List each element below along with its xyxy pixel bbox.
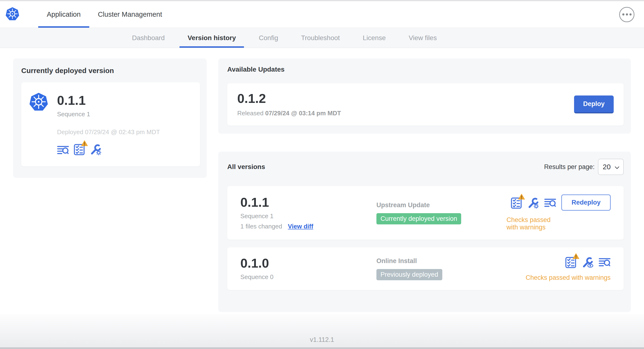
row-actions: Redeploy bbox=[511, 194, 610, 210]
tab-cluster-management[interactable]: Cluster Management bbox=[89, 1, 171, 28]
header-right bbox=[619, 1, 634, 28]
tab-cluster-management-label: Cluster Management bbox=[98, 10, 162, 18]
row-actions bbox=[565, 256, 610, 268]
version-cell: 0.1.0 Sequence 0 bbox=[240, 256, 376, 281]
kubernetes-app-icon bbox=[29, 92, 48, 156]
tab-license[interactable]: License bbox=[358, 28, 391, 48]
deploy-button[interactable]: Deploy bbox=[574, 96, 614, 114]
results-per-page: Results per page: 20 bbox=[544, 159, 624, 175]
status-badge-previously-deployed: Previously deployed bbox=[376, 269, 442, 280]
checks-status-text: Checks passed with warnings bbox=[506, 216, 561, 231]
app-footer: v1.112.1 bbox=[0, 314, 644, 347]
actions-cell: Redeploy Checks passed with warnings bbox=[506, 194, 610, 231]
checks-status-text: Checks passed with warnings bbox=[526, 274, 610, 282]
app-header: Application Cluster Management bbox=[0, 1, 644, 28]
console-version: v1.112.1 bbox=[310, 336, 334, 344]
logs-icon[interactable] bbox=[599, 256, 610, 268]
tab-application-label: Application bbox=[47, 10, 81, 18]
deployed-version-info: 0.1.1 Sequence 1 Deployed 07/29/24 @ 02:… bbox=[57, 92, 160, 156]
warning-triangle-icon bbox=[81, 140, 88, 146]
warning-triangle-icon bbox=[572, 252, 580, 260]
tab-config-label: Config bbox=[259, 34, 278, 42]
tab-dashboard[interactable]: Dashboard bbox=[127, 28, 170, 48]
preflight-checks-icon[interactable] bbox=[511, 196, 522, 209]
chevron-down-icon bbox=[615, 163, 620, 171]
version-cell: 0.1.1 Sequence 1 1 files changed View di… bbox=[240, 196, 376, 230]
row-sequence: Sequence 0 bbox=[240, 273, 376, 281]
window-bottom-edge bbox=[0, 347, 644, 349]
tab-application[interactable]: Application bbox=[38, 1, 89, 28]
row-sequence: Sequence 1 bbox=[240, 212, 376, 220]
source-cell: Upstream Update Currently deployed versi… bbox=[376, 202, 506, 224]
logs-icon[interactable] bbox=[57, 144, 69, 156]
update-info: 0.1.2 Released 07/29/24 @ 03:14 pm MDT bbox=[237, 92, 341, 117]
results-per-page-label: Results per page: bbox=[544, 163, 594, 171]
currently-deployed-card: 0.1.1 Sequence 1 Deployed 07/29/24 @ 02:… bbox=[21, 82, 200, 166]
preflight-checks-icon[interactable] bbox=[565, 256, 576, 268]
version-row-0-1-1: 0.1.1 Sequence 1 1 files changed View di… bbox=[227, 186, 624, 240]
deployed-version-number: 0.1.1 bbox=[57, 94, 160, 107]
source-label: Online Install bbox=[376, 257, 506, 265]
right-column: Available Updates 0.1.2 Released 07/29/2… bbox=[218, 58, 631, 312]
config-edit-icon[interactable] bbox=[527, 196, 539, 209]
ellipsis-menu-icon[interactable] bbox=[619, 7, 634, 22]
status-badge-currently-deployed: Currently deployed version bbox=[376, 213, 461, 224]
released-prefix: Released bbox=[237, 110, 264, 117]
available-updates-panel: Available Updates 0.1.2 Released 07/29/2… bbox=[218, 58, 631, 134]
redeploy-button[interactable]: Redeploy bbox=[562, 194, 610, 210]
tab-dashboard-label: Dashboard bbox=[132, 34, 165, 42]
tab-view-files-label: View files bbox=[409, 34, 437, 42]
row-version-number: 0.1.0 bbox=[240, 256, 376, 270]
deployed-timestamp: Deployed 07/29/24 @ 02:43 pm MDT bbox=[57, 128, 160, 136]
app-page: Application Cluster Management Dashboard… bbox=[0, 0, 644, 349]
results-per-page-select[interactable]: 20 bbox=[598, 159, 624, 175]
currently-deployed-title: Currently deployed version bbox=[21, 66, 200, 75]
released-date: 07/29/24 @ 03:14 pm MDT bbox=[265, 110, 341, 117]
warning-triangle-icon bbox=[518, 193, 525, 200]
config-view-icon[interactable] bbox=[582, 256, 594, 268]
all-versions-panel: All versions Results per page: 20 bbox=[218, 152, 631, 312]
tab-license-label: License bbox=[363, 34, 386, 42]
update-released-line: Released 07/29/24 @ 03:14 pm MDT bbox=[237, 110, 341, 117]
files-changed-line: 1 files changed View diff bbox=[240, 223, 376, 230]
update-version-number: 0.1.2 bbox=[237, 92, 341, 105]
source-cell: Online Install Previously deployed bbox=[376, 257, 506, 280]
main-content: Currently deployed version 0.1.1 Sequenc… bbox=[0, 48, 644, 314]
actions-cell: Checks passed with warnings bbox=[506, 256, 610, 282]
preflight-checks-icon[interactable] bbox=[74, 143, 85, 156]
results-per-page-value: 20 bbox=[603, 163, 610, 171]
tab-troubleshoot[interactable]: Troubleshoot bbox=[296, 28, 344, 48]
version-row-0-1-0: 0.1.0 Sequence 0 Online Install Previous… bbox=[227, 247, 624, 290]
tab-troubleshoot-label: Troubleshoot bbox=[301, 34, 340, 42]
app-subnav: Dashboard Version history Config Trouble… bbox=[0, 28, 644, 48]
view-diff-link[interactable]: View diff bbox=[288, 223, 313, 230]
tab-version-history[interactable]: Version history bbox=[183, 28, 240, 48]
tab-config[interactable]: Config bbox=[254, 28, 283, 48]
deployed-sequence: Sequence 1 bbox=[57, 110, 160, 118]
row-version-number: 0.1.1 bbox=[240, 196, 376, 209]
files-changed-text: 1 files changed bbox=[240, 223, 282, 230]
source-label: Upstream Update bbox=[376, 202, 506, 209]
available-update-card: 0.1.2 Released 07/29/24 @ 03:14 pm MDT D… bbox=[227, 83, 624, 126]
tab-version-history-label: Version history bbox=[188, 34, 236, 42]
brand bbox=[5, 1, 20, 28]
logs-icon[interactable] bbox=[544, 197, 556, 208]
currently-deployed-panel: Currently deployed version 0.1.1 Sequenc… bbox=[13, 58, 207, 178]
tab-view-files[interactable]: View files bbox=[404, 28, 442, 48]
all-versions-header: All versions Results per page: 20 bbox=[227, 159, 624, 175]
config-edit-icon[interactable] bbox=[90, 143, 102, 156]
deployed-version-actions bbox=[57, 143, 160, 156]
header-tabs: Application Cluster Management bbox=[38, 1, 171, 28]
all-versions-title: All versions bbox=[227, 163, 265, 171]
available-updates-title: Available Updates bbox=[227, 66, 624, 73]
kubernetes-logo-icon bbox=[5, 7, 20, 22]
